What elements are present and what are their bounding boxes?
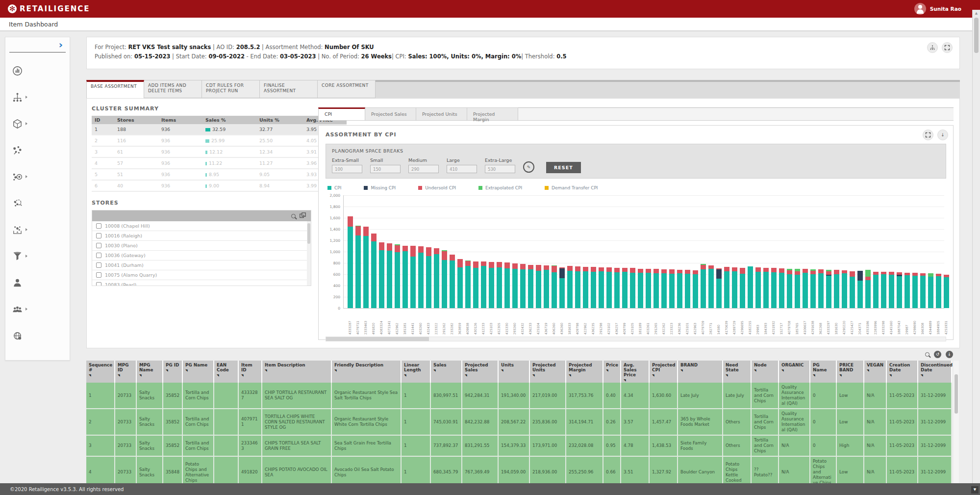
- chart-bar[interactable]: [395, 244, 400, 308]
- store-list-item[interactable]: 10075 (Alamo Quarry): [92, 270, 311, 280]
- chart-bar[interactable]: [850, 271, 855, 308]
- sort-icon[interactable]: [606, 369, 618, 372]
- chart-bar[interactable]: [771, 268, 777, 308]
- chart-bar[interactable]: [450, 255, 455, 308]
- tab-core-assortment[interactable]: CORE ASSORTMENT: [318, 80, 376, 98]
- chart-bar[interactable]: [701, 264, 706, 308]
- grid-col-header[interactable]: PG Name: [810, 361, 836, 383]
- planogram-input[interactable]: 290: [408, 165, 439, 173]
- grid-col-header[interactable]: PG Name: [182, 361, 214, 383]
- sidebar-item-user-groups[interactable]: [12, 296, 70, 322]
- store-list-item[interactable]: 10041 (Durham): [92, 261, 311, 270]
- sort-icon[interactable]: [652, 374, 675, 377]
- grid-col-header[interactable]: MPG ID: [115, 361, 136, 383]
- reset-button[interactable]: RESET: [546, 162, 581, 173]
- sidebar-item-global-settings[interactable]: [12, 322, 70, 349]
- tab-add-items-and-delete-items[interactable]: ADD ITEMS AND DELETE ITEMS: [144, 80, 202, 98]
- chart-bar[interactable]: [873, 272, 879, 308]
- chart-bar[interactable]: [912, 273, 918, 308]
- chart-bar[interactable]: [810, 269, 816, 308]
- sort-icon[interactable]: [241, 374, 259, 377]
- store-list-item[interactable]: 10016 (Raleigh): [92, 231, 311, 241]
- grid-col-header[interactable]: Creation Date: [886, 361, 918, 383]
- cluster-row[interactable]: 6409369.008.943.99: [92, 180, 347, 191]
- chart-bar[interactable]: [536, 265, 541, 308]
- chart-bar[interactable]: [708, 265, 714, 308]
- grid-vscrollbar[interactable]: [954, 361, 959, 483]
- chart-bar[interactable]: [363, 227, 369, 308]
- sort-icon[interactable]: [265, 369, 328, 372]
- table-row[interactable]: 220733Salty Snacks35852Tortilla and Corn…: [86, 409, 952, 435]
- chart-bar[interactable]: [457, 259, 463, 308]
- planogram-input[interactable]: 150: [370, 165, 401, 173]
- cluster-row[interactable]: 118893632.5932.773.95: [92, 124, 347, 135]
- chart-bar[interactable]: [865, 270, 871, 308]
- grid-col-header[interactable]: PG ID: [163, 361, 182, 383]
- sidebar-item-hierarchy[interactable]: [12, 84, 70, 110]
- chart-bar[interactable]: [818, 269, 824, 308]
- chart-bar[interactable]: [544, 265, 549, 308]
- sort-icon[interactable]: [185, 369, 211, 372]
- search-icon[interactable]: [291, 214, 296, 218]
- chart-bar[interactable]: [685, 270, 690, 308]
- chart-bar[interactable]: [732, 267, 737, 308]
- chart-bar[interactable]: [379, 242, 384, 308]
- hierarchy-icon[interactable]: [927, 42, 938, 53]
- chart-bar[interactable]: [779, 268, 784, 308]
- chart-bar[interactable]: [834, 270, 839, 308]
- sort-icon[interactable]: [501, 369, 527, 372]
- sort-icon[interactable]: [465, 374, 495, 377]
- chart-bar[interactable]: [905, 273, 910, 308]
- chart-bar[interactable]: [630, 268, 635, 308]
- store-checkbox[interactable]: [96, 243, 101, 248]
- chart-bar[interactable]: [716, 268, 722, 308]
- chart-bar[interactable]: [677, 270, 682, 308]
- chart-bar[interactable]: [881, 272, 886, 308]
- sort-icon[interactable]: [839, 374, 861, 377]
- chart-hscrollbar[interactable]: [326, 337, 946, 341]
- edit-icon[interactable]: [523, 161, 534, 173]
- store-checkbox[interactable]: [96, 223, 101, 229]
- store-list-item[interactable]: 10036 (Gateway): [92, 251, 311, 261]
- chart-bar[interactable]: [567, 266, 573, 308]
- chart-bar[interactable]: [481, 261, 486, 308]
- tab-finalise-assortment[interactable]: FINALISE ASSORTMENT: [260, 80, 318, 98]
- grid-refresh-icon[interactable]: [934, 351, 941, 358]
- planogram-input[interactable]: 410: [447, 165, 477, 173]
- chart-bar[interactable]: [606, 267, 612, 308]
- sort-icon[interactable]: [726, 374, 748, 377]
- chart-bar[interactable]: [787, 269, 792, 308]
- chart-bar[interactable]: [599, 267, 604, 308]
- sort-icon[interactable]: [532, 374, 563, 377]
- sidebar-item-funnel[interactable]: [12, 243, 70, 269]
- chart-bar[interactable]: [928, 273, 933, 308]
- user-avatar-icon[interactable]: [914, 3, 926, 15]
- user-menu[interactable]: Sunita Rao: [914, 3, 972, 15]
- chart-bar[interactable]: [740, 268, 745, 308]
- chart-bar[interactable]: [857, 271, 863, 308]
- chart-expand-icon[interactable]: [923, 130, 933, 140]
- chart-bar[interactable]: [826, 270, 831, 308]
- store-checkbox[interactable]: [96, 272, 101, 278]
- grid-download-icon[interactable]: [946, 351, 953, 358]
- chart-bar[interactable]: [520, 264, 526, 308]
- store-checkbox[interactable]: [96, 233, 101, 238]
- chart-bar[interactable]: [418, 246, 424, 308]
- chart-bar[interactable]: [355, 226, 361, 308]
- grid-col-header[interactable]: Item Description: [262, 361, 331, 383]
- tab-cdt-rules-for-project-run[interactable]: CDT RULES FOR PROJECT RUN: [202, 80, 260, 98]
- store-list-item[interactable]: 10030 (Plano): [92, 241, 311, 251]
- grid-col-header[interactable]: Sales: [430, 361, 462, 383]
- sidebar-item-product-cube[interactable]: [12, 110, 70, 137]
- grid-col-header[interactable]: Node: [751, 361, 779, 383]
- tab-projected-sales[interactable]: Projected Sales: [365, 107, 416, 121]
- chart-bar[interactable]: [426, 247, 431, 308]
- grid-col-header[interactable]: EAN Code: [214, 361, 238, 383]
- grid-col-header[interactable]: Projected Sales: [462, 361, 498, 383]
- page-scrollbar[interactable]: [972, 10, 980, 483]
- store-list-item[interactable]: 10008 (Chapel Hill): [92, 221, 311, 231]
- sidebar-item-segmentation[interactable]: [12, 163, 70, 190]
- tab-projected-margin[interactable]: Projected Margin: [467, 107, 518, 121]
- chart-bar[interactable]: [583, 267, 588, 308]
- cluster-col-header[interactable]: ID: [92, 116, 114, 124]
